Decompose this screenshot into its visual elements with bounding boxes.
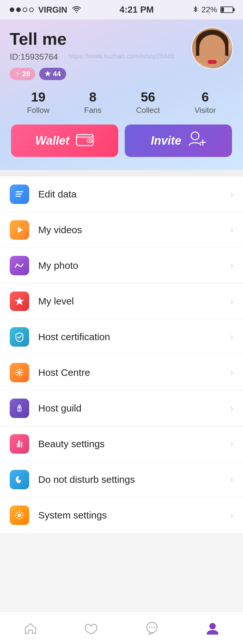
action-buttons: Wallet Invite (10, 125, 233, 157)
svg-marker-9 (18, 227, 23, 233)
status-time: 4:21 PM (120, 5, 154, 15)
menu-item-my-videos[interactable]: My videos › (0, 212, 243, 248)
svg-rect-0 (76, 135, 93, 146)
host-centre-label: Host Centre (38, 367, 230, 378)
svg-point-10 (16, 264, 18, 266)
dot-2 (16, 7, 21, 12)
svg-rect-16 (21, 442, 22, 447)
visitor-count: 6 (202, 90, 209, 104)
carrier-label: VIRGIN (38, 5, 67, 15)
system-settings-icon (10, 506, 29, 525)
section-divider (0, 170, 243, 176)
menu-item-edit-data[interactable]: Edit data › (0, 176, 243, 212)
dnd-settings-icon (10, 470, 29, 489)
beauty-settings-label: Beauty settings (38, 438, 230, 449)
svg-point-18 (18, 514, 21, 517)
svg-rect-17 (17, 443, 18, 447)
health-icon (84, 621, 98, 635)
svg-point-2 (89, 140, 90, 141)
host-centre-chevron: › (230, 367, 233, 378)
wallet-button[interactable]: Wallet (11, 125, 118, 157)
host-guild-label: Host guild (38, 403, 230, 414)
fans-label: Fans (84, 106, 101, 115)
svg-point-13 (18, 406, 20, 408)
svg-rect-8 (16, 196, 21, 197)
beauty-settings-chevron: › (230, 439, 233, 449)
status-right: 22% (192, 5, 233, 14)
profile-badges: ♀ 28 ★ 44 (10, 68, 233, 80)
menu-item-system-settings[interactable]: System settings › (0, 497, 243, 533)
dot-4 (29, 7, 34, 12)
menu-item-host-certification[interactable]: Host certification › (0, 319, 243, 355)
stats-row: 19 Follow 8 Fans 56 Collect 6 Visitor (10, 90, 233, 115)
battery-text: 22% (202, 5, 217, 14)
svg-point-12 (18, 371, 21, 374)
menu-list: Edit data › My videos › My photo › My le… (0, 176, 243, 533)
follow-count: 19 (31, 90, 46, 104)
avatar (191, 27, 233, 69)
invite-icon (188, 130, 206, 152)
menu-item-beauty-settings[interactable]: Beauty settings › (0, 426, 243, 462)
stat-visitor[interactable]: 6 Visitor (194, 90, 216, 115)
badge-level: ★ 44 (39, 68, 66, 80)
dnd-settings-label: Do not disturb settings (38, 474, 230, 485)
nav-chat[interactable] (138, 618, 166, 638)
my-level-chevron: › (230, 296, 233, 306)
nav-profile[interactable] (199, 618, 226, 638)
my-level-label: My level (38, 296, 230, 307)
stat-fans[interactable]: 8 Fans (84, 90, 101, 115)
bottom-spacer (0, 533, 243, 572)
beauty-settings-icon (10, 434, 29, 454)
svg-marker-11 (15, 297, 24, 305)
signal-dots (10, 7, 34, 12)
my-videos-icon (10, 220, 29, 240)
stat-follow[interactable]: 19 Follow (27, 90, 49, 115)
svg-rect-15 (18, 440, 20, 447)
wallet-label: Wallet (35, 134, 69, 148)
status-bar: VIRGIN 4:21 PM 22% (0, 0, 243, 19)
collect-label: Collect (136, 106, 160, 115)
my-videos-chevron: › (230, 225, 233, 235)
host-guild-icon (10, 399, 29, 418)
status-left: VIRGIN (10, 5, 81, 15)
host-centre-icon (10, 363, 29, 382)
chat-icon (145, 621, 159, 635)
menu-item-my-level[interactable]: My level › (0, 283, 243, 319)
bottom-nav (0, 612, 243, 644)
system-settings-chevron: › (230, 510, 233, 520)
menu-item-host-guild[interactable]: Host guild › (0, 390, 243, 426)
svg-rect-6 (16, 191, 23, 192)
badge-gender: ♀ 28 (10, 68, 35, 80)
stat-collect[interactable]: 56 Collect (136, 90, 160, 115)
nav-health[interactable] (77, 618, 105, 638)
dot-3 (23, 7, 27, 12)
svg-point-22 (154, 627, 155, 628)
nav-home[interactable] (17, 618, 44, 638)
battery-icon (220, 6, 233, 13)
system-settings-label: System settings (38, 510, 230, 521)
invite-button[interactable]: Invite (125, 125, 232, 157)
avatar-lips (208, 60, 217, 64)
home-icon (23, 621, 38, 635)
host-certification-label: Host certification (38, 331, 230, 342)
menu-item-host-centre[interactable]: Host Centre › (0, 355, 243, 390)
menu-item-dnd-settings[interactable]: Do not disturb settings › (0, 462, 243, 497)
visitor-label: Visitor (194, 106, 216, 115)
watermark: https://www.huzhan.com/ishop20445 (69, 53, 174, 60)
svg-point-3 (191, 132, 199, 140)
avatar-face (199, 35, 225, 67)
profile-icon (205, 621, 220, 635)
my-photo-chevron: › (230, 260, 233, 271)
menu-item-my-photo[interactable]: My photo › (0, 248, 243, 283)
avatar-image (192, 28, 232, 68)
svg-point-23 (209, 623, 216, 629)
wallet-icon (76, 132, 94, 150)
collect-count: 56 (141, 90, 155, 104)
edit-data-label: Edit data (38, 189, 230, 200)
invite-label: Invite (151, 134, 181, 148)
follow-label: Follow (27, 106, 49, 115)
bluetooth-icon (192, 6, 198, 14)
my-videos-label: My videos (38, 224, 230, 235)
svg-point-20 (149, 627, 150, 628)
my-level-icon (10, 292, 29, 311)
